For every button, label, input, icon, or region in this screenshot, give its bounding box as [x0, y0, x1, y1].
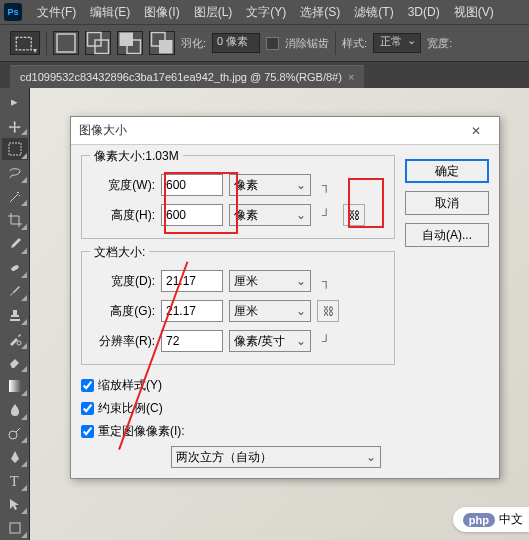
- document-tab-title: cd1099532c83432896c3ba17e61ea942_th.jpg …: [20, 71, 342, 83]
- doc-height-unit-select[interactable]: 厘米: [229, 300, 311, 322]
- feather-input[interactable]: 0 像素: [212, 33, 260, 53]
- svg-point-10: [17, 341, 21, 345]
- interpolation-select[interactable]: 两次立方（自动）: [171, 446, 381, 468]
- pixel-width-unit-select[interactable]: 像素: [229, 174, 311, 196]
- shape-tool-icon[interactable]: [2, 517, 28, 539]
- document-size-group: 文档大小: 宽度(D): 厘米 ┐ 高度(G): 厘米 ⛓ 分辨率(R): 像素…: [81, 251, 395, 365]
- dialog-titlebar[interactable]: 图像大小 ✕: [71, 117, 499, 145]
- healing-tool-icon[interactable]: [2, 257, 28, 279]
- selection-mode-intersect-icon[interactable]: [149, 31, 175, 55]
- svg-rect-9: [10, 264, 19, 271]
- menu-layer[interactable]: 图层(L): [187, 4, 240, 21]
- php-badge-icon: php: [463, 513, 495, 527]
- pen-tool-icon[interactable]: [2, 446, 28, 468]
- doc-width-input[interactable]: [161, 270, 223, 292]
- menu-view[interactable]: 视图(V): [447, 4, 501, 21]
- pixel-height-input[interactable]: [161, 204, 223, 226]
- menu-type[interactable]: 文字(Y): [239, 4, 293, 21]
- svg-text:T: T: [10, 474, 19, 489]
- selection-mode-subtract-icon[interactable]: [117, 31, 143, 55]
- constrain-link-icon[interactable]: ⛓: [343, 204, 365, 226]
- tools-panel: ▸ T: [0, 88, 30, 540]
- path-selection-tool-icon[interactable]: [2, 494, 28, 516]
- pixel-width-label: 宽度(W):: [90, 177, 155, 194]
- style-label: 样式:: [342, 36, 367, 51]
- type-tool-icon[interactable]: T: [2, 470, 28, 492]
- selection-mode-new-icon[interactable]: [53, 31, 79, 55]
- bracket-icon: ┘: [317, 208, 335, 222]
- svg-rect-14: [10, 523, 20, 533]
- doc-height-label: 高度(G):: [90, 303, 155, 320]
- menu-select[interactable]: 选择(S): [293, 4, 347, 21]
- resample-label: 重定图像像素(I):: [98, 423, 185, 440]
- options-bar: 羽化: 0 像素 消除锯齿 样式: 正常 宽度:: [0, 24, 529, 62]
- svg-rect-0: [16, 37, 31, 50]
- tool-preset-picker[interactable]: [10, 31, 40, 55]
- crop-tool-icon[interactable]: [2, 209, 28, 231]
- menu-filter[interactable]: 滤镜(T): [347, 4, 400, 21]
- resample-checkbox[interactable]: [81, 425, 94, 438]
- menu-edit[interactable]: 编辑(E): [83, 4, 137, 21]
- watermark: php 中文: [453, 507, 529, 532]
- menu-file[interactable]: 文件(F): [30, 4, 83, 21]
- pixel-height-label: 高度(H):: [90, 207, 155, 224]
- document-tab-bar: cd1099532c83432896c3ba17e61ea942_th.jpg …: [0, 62, 529, 88]
- ok-button[interactable]: 确定: [405, 159, 489, 183]
- marquee-tool-icon[interactable]: [2, 138, 28, 160]
- resolution-unit-select[interactable]: 像素/英寸: [229, 330, 311, 352]
- bracket-icon: ┐: [317, 274, 335, 288]
- dialog-title: 图像大小: [79, 122, 461, 139]
- menu-image[interactable]: 图像(I): [137, 4, 186, 21]
- pixel-width-input[interactable]: [161, 174, 223, 196]
- doc-width-unit-select[interactable]: 厘米: [229, 270, 311, 292]
- stamp-tool-icon[interactable]: [2, 304, 28, 326]
- cancel-button[interactable]: 取消: [405, 191, 489, 215]
- blur-tool-icon[interactable]: [2, 399, 28, 421]
- lasso-tool-icon[interactable]: [2, 162, 28, 184]
- pixel-height-unit-select[interactable]: 像素: [229, 204, 311, 226]
- doc-width-label: 宽度(D):: [90, 273, 155, 290]
- constrain-proportions-label: 约束比例(C): [98, 400, 163, 417]
- svg-rect-1: [57, 34, 75, 52]
- move-tool-icon[interactable]: [2, 115, 28, 137]
- resolution-label: 分辨率(R):: [90, 333, 155, 350]
- image-size-dialog: 图像大小 ✕ 像素大小:1.03M 宽度(W): 像素 ┐ 高度(H): 像素 …: [70, 116, 500, 479]
- style-select[interactable]: 正常: [373, 33, 421, 53]
- doc-height-input[interactable]: [161, 300, 223, 322]
- constrain-proportions-checkbox[interactable]: [81, 402, 94, 415]
- gradient-tool-icon[interactable]: [2, 375, 28, 397]
- pixel-dimensions-group: 像素大小:1.03M 宽度(W): 像素 ┐ 高度(H): 像素 ┘ ⛓: [81, 155, 395, 239]
- eyedropper-tool-icon[interactable]: [2, 233, 28, 255]
- menu-3d[interactable]: 3D(D): [401, 5, 447, 19]
- antialias-label: 消除锯齿: [285, 36, 329, 51]
- history-brush-tool-icon[interactable]: [2, 328, 28, 350]
- separator: [46, 31, 47, 55]
- feather-label: 羽化:: [181, 36, 206, 51]
- tab-toggle-icon[interactable]: ▸: [2, 91, 28, 113]
- bracket-icon: ┘: [317, 334, 335, 348]
- dodge-tool-icon[interactable]: [2, 423, 28, 445]
- svg-point-12: [9, 431, 17, 439]
- close-icon[interactable]: ✕: [461, 121, 491, 141]
- scale-styles-label: 缩放样式(Y): [98, 377, 162, 394]
- svg-rect-8: [9, 143, 21, 155]
- close-icon[interactable]: ×: [348, 71, 354, 83]
- watermark-text: 中文: [499, 511, 523, 528]
- link-icon[interactable]: ⛓: [317, 300, 339, 322]
- svg-rect-11: [9, 380, 21, 392]
- width-label: 宽度:: [427, 36, 452, 51]
- magic-wand-tool-icon[interactable]: [2, 186, 28, 208]
- bracket-icon: ┐: [317, 178, 335, 192]
- svg-rect-7: [159, 40, 173, 54]
- document-size-legend: 文档大小:: [90, 244, 149, 261]
- separator: [335, 31, 336, 55]
- antialias-checkbox[interactable]: [266, 37, 279, 50]
- brush-tool-icon[interactable]: [2, 281, 28, 303]
- auto-button[interactable]: 自动(A)...: [405, 223, 489, 247]
- selection-mode-add-icon[interactable]: [85, 31, 111, 55]
- eraser-tool-icon[interactable]: [2, 352, 28, 374]
- app-logo-icon: Ps: [4, 3, 22, 21]
- scale-styles-checkbox[interactable]: [81, 379, 94, 392]
- document-tab[interactable]: cd1099532c83432896c3ba17e61ea942_th.jpg …: [10, 65, 364, 88]
- resolution-input[interactable]: [161, 330, 223, 352]
